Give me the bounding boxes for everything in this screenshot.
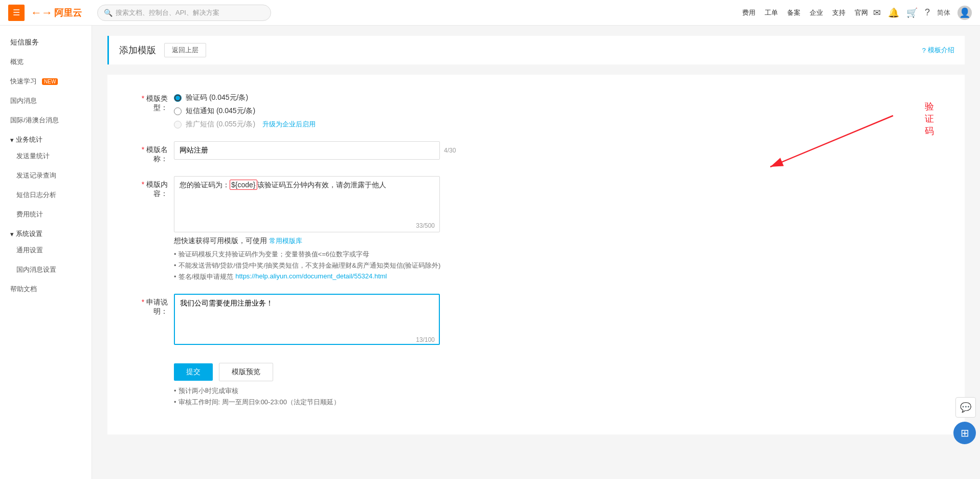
sidebar-item-general[interactable]: 通用设置 [0,241,92,260]
sidebar-item-help[interactable]: 帮助文档 [0,279,92,299]
sidebar-label-coststats: 费用统计 [16,210,43,219]
float-grid-button[interactable]: ⊞ [953,422,976,444]
nav-工单[interactable]: 工单 [765,8,778,17]
sidebar-label-overview: 概览 [10,57,24,67]
bell-icon[interactable]: 🔔 [888,7,899,18]
sidebar-label-general: 通用设置 [16,246,43,255]
label-content: 模版内容： [128,176,174,199]
sidebar-item-domestic-settings[interactable]: 国内消息设置 [0,260,92,279]
search-bar[interactable]: 🔍 搜索文档、控制台、API、解决方案 [97,5,271,21]
radio-promo-input[interactable] [174,121,182,128]
content-suffix: 该验证码五分钟内有效，请勿泄露于他人 [257,181,386,189]
form-row-submit: 提交 模版预览 预计两小时完成审核 审核工作时间: 周一至周日9:00-23:0… [128,359,944,407]
sidebar-label-intl: 国际/港澳台消息 [10,116,59,125]
sidebar-item-intl[interactable]: 国际/港澳台消息 [0,111,92,130]
submit-hints: 预计两小时完成审核 审核工作时间: 周一至周日9:00-23:00（法定节日顺延… [174,386,944,407]
label-submit-spacer [128,359,174,363]
nav-备案[interactable]: 备案 [787,8,800,17]
preview-button[interactable]: 模版预览 [219,363,273,381]
lang-switch[interactable]: 简体 [937,8,950,17]
form-container: 验证码 模版类型： 验证码 [107,75,965,434]
sidebar-item-coststats[interactable]: 费用统计 [0,205,92,224]
content-textarea-wrap: 您的验证码为：${code}该验证码五分钟内有效，请勿泄露于他人 33/500 [174,176,440,232]
apply-area: 我们公司需要使用注册业务！ 13/100 [174,294,944,346]
sidebar-item-overview[interactable]: 概览 [0,52,92,72]
hint-3-link[interactable]: https://help.aliyun.com/document_detail/… [235,272,387,280]
content-prefix: 您的验证码为： [180,181,230,189]
cart-icon[interactable]: 🛒 [906,7,918,18]
label-type: 模版类型： [128,90,174,113]
chevron-down-icon-sys: ▾ [10,230,14,238]
nav-官网[interactable]: 官网 [855,8,868,17]
hamburger-button[interactable]: ☰ [8,5,25,21]
nav-支持[interactable]: 支持 [832,8,845,17]
message-icon[interactable]: ✉ [873,7,881,18]
question-icon: ? [922,47,926,54]
apply-textarea[interactable]: 我们公司需要使用注册业务！ [174,294,440,345]
label-apply: 申请说明： [128,294,174,316]
submit-hint-1: 预计两小时完成审核 [174,386,944,396]
sidebar-section-biz[interactable]: ▾ 业务统计 [0,130,92,146]
content-textarea-display[interactable]: 您的验证码为：${code}该验证码五分钟内有效，请勿泄露于他人 [174,176,440,232]
submit-area: 提交 模版预览 预计两小时完成审核 审核工作时间: 周一至周日9:00-23:0… [174,359,944,407]
name-count: 4/30 [444,147,456,154]
sidebar-section-sys[interactable]: ▾ 系统设置 [0,224,92,241]
search-icon: 🔍 [104,9,113,17]
form-row-name: 模版名称： 4/30 [128,141,944,164]
hint-3: 签名/模版申请规范 https://help.aliyun.com/docume… [174,272,944,281]
back-button[interactable]: 返回上层 [164,43,206,57]
sidebar-label-help: 帮助文档 [10,285,37,294]
grid-icon: ⊞ [961,427,969,439]
nav-links: 费用 工单 备案 企业 支持 官网 [742,8,868,17]
form-row-type: 模版类型： 验证码 (0.045元/条) 短信通知 (0.045元/条) 推广短… [128,90,944,129]
top-navigation: ☰ ←→ 阿里云 🔍 搜索文档、控制台、API、解决方案 费用 工单 备案 企业… [0,0,980,26]
name-content: 4/30 [174,141,944,160]
chat-icon: 💬 [960,402,971,413]
hint-2: 不能发送营销/贷款/借贷/中奖/抽奖类短信，不支持金融理财&房产通知类短信(验证… [174,261,944,270]
help-icon[interactable]: ? [925,7,930,18]
submit-button[interactable]: 提交 [174,363,213,381]
sidebar-item-sendstats[interactable]: 发送量统计 [0,146,92,166]
sidebar-item-domestic[interactable]: 国内消息 [0,91,92,111]
sidebar-label-syssettings: 系统设置 [16,229,42,238]
template-lib-hint-text: 想快速获得可用模版，可使用 [174,236,267,245]
logo-text: 阿里云 [54,7,82,19]
page-title: 添加模版 [119,44,156,56]
sidebar-title: 短信服务 [0,31,92,52]
template-lib-link[interactable]: 常用模版库 [269,237,302,245]
main-content: 添加模版 返回上层 ? 模板介绍 验证码 [92,26,980,479]
label-name: 模版名称： [128,141,174,164]
variable-code: ${code} [230,180,257,190]
radio-notify-input[interactable] [174,107,182,115]
template-type-group: 验证码 (0.045元/条) 短信通知 (0.045元/条) 推广短信 (0.0… [174,90,944,129]
form-row-content: 模版内容： 您的验证码为：${code}该验证码五分钟内有效，请勿泄露于他人 3… [128,176,944,281]
radio-notify[interactable]: 短信通知 (0.045元/条) [174,106,944,116]
hint-3-text: 签名/模版申请规范 [179,272,234,281]
float-chat-button[interactable]: 💬 [955,397,976,418]
label-apply-text: 申请说明 [146,298,168,315]
sidebar-item-sendlog[interactable]: 发送记录查询 [0,166,92,185]
sidebar-label-smslog: 短信日志分析 [16,190,56,200]
sidebar-item-quicklearn[interactable]: 快速学习 NEW [0,72,92,91]
btn-row: 提交 模版预览 [174,363,944,381]
radio-verify-input[interactable] [174,94,182,102]
name-input[interactable] [174,141,440,160]
apply-count: 13/100 [416,336,435,343]
avatar[interactable]: 👤 [957,6,972,20]
radio-verify[interactable]: 验证码 (0.045元/条) [174,93,944,102]
sidebar-label-bizstats: 业务统计 [16,135,42,144]
label-content-text: 模版内容 [146,180,168,198]
search-placeholder: 搜索文档、控制台、API、解决方案 [116,8,219,17]
sidebar-item-smslog[interactable]: 短信日志分析 [0,185,92,205]
logo-icon: ←→ [31,6,52,19]
nav-企业[interactable]: 企业 [810,8,823,17]
sidebar-label-quicklearn: 快速学习 [10,77,37,86]
label-name-text: 模版名称 [146,145,168,163]
sidebar-label-domestic: 国内消息 [10,96,37,105]
sidebar-label-sendlog: 发送记录查询 [16,171,56,180]
radio-promo[interactable]: 推广短信 (0.055元/条) 升级为企业后启用 [174,120,944,129]
nav-icons: ✉ 🔔 🛒 ? 简体 👤 [873,6,972,20]
upgrade-link[interactable]: 升级为企业后启用 [262,120,316,129]
template-intro-link[interactable]: ? 模板介绍 [922,46,954,55]
nav-费用[interactable]: 费用 [742,8,755,17]
